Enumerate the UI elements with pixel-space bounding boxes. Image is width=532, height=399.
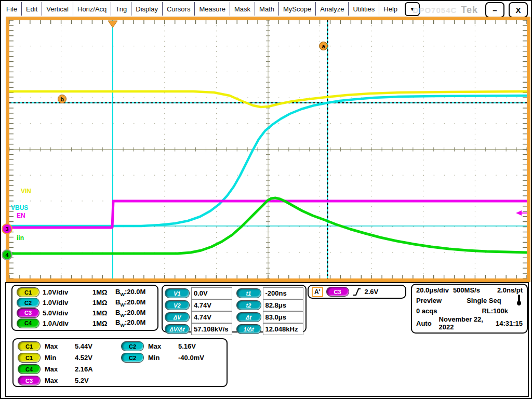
menu-item-list: FileEditVerticalHoriz/AcqTrigDisplayCurs…: [2, 2, 402, 16]
cursor-readout-button[interactable]: ΔV/Δt: [165, 324, 190, 334]
measurements-left-column: C1 Max 5.44V C1 Min 4.52V C4 Max 2.16A: [18, 341, 119, 384]
tek-logo: Tek: [461, 5, 478, 16]
measurement-channel-button[interactable]: C1: [18, 341, 41, 351]
acquisition-state: Preview: [416, 297, 442, 304]
measurement-stat: Max: [45, 377, 75, 384]
measurement-value: 5.2V: [75, 377, 119, 384]
menu-bar: FileEditVerticalHoriz/AcqTrigDisplayCurs…: [1, 1, 531, 17]
channel-button[interactable]: C2: [17, 298, 39, 308]
menu-item[interactable]: Mask: [230, 2, 255, 16]
menu-item[interactable]: MyScope: [278, 2, 315, 16]
cursor-voltage-column: V1 0.0V V2 4.74V ΔV 4.74V ΔV/Δt 57.108kV…: [165, 287, 232, 330]
acquisition-mode: Single Seq: [467, 297, 501, 304]
cursor-readout-button[interactable]: Δt: [236, 312, 261, 322]
menu-item[interactable]: Cursors: [162, 2, 195, 16]
menu-item[interactable]: Help: [379, 2, 402, 16]
cursor-readout-row: Δt 83.0μs: [236, 311, 304, 323]
menu-item[interactable]: Measure: [194, 2, 230, 16]
cursor-readout-button[interactable]: ΔV: [165, 312, 190, 322]
graticule: [9, 20, 527, 278]
menu-item[interactable]: Horiz/Acq: [73, 2, 111, 16]
cursor-readout-row: t1 -200ns: [236, 287, 304, 299]
close-button[interactable]: X: [509, 2, 528, 18]
cursor-readout-button[interactable]: V1: [165, 288, 190, 298]
cursor-readout-value: 83.0μs: [263, 311, 304, 323]
minimize-button[interactable]: –: [485, 2, 504, 18]
measurement-value: 2.16A: [75, 365, 119, 373]
cursor-readout-value: 0.0V: [191, 287, 232, 299]
menu-item[interactable]: Vertical: [42, 2, 73, 16]
channel-button[interactable]: C3: [17, 308, 39, 318]
sample-resolution: 2.0ns/pt: [497, 286, 523, 294]
cursor-readout-row: V1 0.0V: [165, 287, 232, 299]
trace-label-vin: VIN: [21, 188, 31, 195]
cursor-readout-row: ΔV/Δt 57.108kV/s: [165, 323, 232, 335]
cursor-readout-row: 1/Δt 12.048kHz: [236, 323, 304, 335]
sample-rate: 500MS/s: [453, 286, 480, 294]
cursor-readout-row: t2 82.8μs: [236, 299, 304, 311]
measurement-channel-button[interactable]: C4: [18, 364, 41, 374]
channel-bandwidth: BW:20.0M: [115, 309, 153, 318]
cursor-handle-a[interactable]: a: [319, 42, 328, 50]
measurement-channel-button[interactable]: C2: [121, 341, 144, 351]
measurement-row: C3 Max 5.2V: [18, 376, 119, 384]
channel-bandwidth: BW:20.0M: [115, 288, 153, 297]
tekscope-window: { "window": { "model": "DPO7054C", "logo…: [0, 0, 532, 399]
measurement-stat: Max: [148, 342, 178, 350]
trigger-mode: Auto: [416, 320, 432, 327]
readout-area: C1 1.0V/div 1MΩ BW:20.0M C2 1.0V/div 1MΩ…: [5, 282, 529, 397]
date-label: November 22, 2022: [439, 315, 496, 331]
cursor-readout-button[interactable]: t2: [236, 300, 261, 310]
cursor-handle-b[interactable]: b: [58, 95, 66, 103]
measurement-stat: Min: [45, 354, 75, 362]
trigger-panel: A' C3 2.6V: [308, 285, 406, 299]
channel-button[interactable]: C1: [17, 287, 39, 297]
channel-position-marker-3[interactable]: 3: [2, 223, 12, 234]
channel-settings-panel: C1 1.0V/div 1MΩ BW:20.0M C2 1.0V/div 1MΩ…: [11, 285, 158, 331]
measurement-row: C1 Min 4.52V: [18, 353, 119, 362]
trigger-a-label: A': [312, 287, 323, 297]
measurement-stat: Max: [45, 365, 75, 373]
measurement-row: C2 Max 5.16V: [121, 341, 222, 350]
channel-button[interactable]: C4: [17, 318, 39, 328]
horizontal-scale: 20.0μs/div: [416, 286, 449, 294]
channel-position-marker-4[interactable]: 4: [2, 249, 12, 260]
channel-scale: 1.0A/div: [43, 320, 92, 327]
waveform-display[interactable]: [6, 17, 530, 282]
trigger-level: 2.6V: [365, 288, 379, 296]
channel-bandwidth: BW:20.0M: [115, 298, 153, 308]
cursor-time-column: t1 -200ns t2 82.8μs Δt 83.0μs 1/Δt 12.04…: [236, 287, 304, 330]
menu-item[interactable]: Analyze: [315, 2, 348, 16]
channel-impedance: 1MΩ: [92, 299, 115, 307]
measurement-row: C1 Max 5.44V: [18, 341, 119, 350]
menu-item[interactable]: Utilities: [348, 2, 379, 16]
measurement-channel-button[interactable]: C1: [18, 353, 41, 363]
measurement-value: 5.16V: [178, 342, 222, 350]
menu-item[interactable]: File: [2, 2, 21, 16]
measurement-value: -40.0mV: [178, 354, 222, 362]
measurement-row: C2 Min -40.0mV: [121, 353, 222, 362]
measurement-channel-button[interactable]: C3: [18, 376, 41, 385]
measurement-channel-button[interactable]: C2: [121, 353, 144, 363]
rising-edge-icon: [352, 287, 362, 297]
cursor-readout-button[interactable]: V2: [165, 300, 190, 310]
cursor-readout-panel: V1 0.0V V2 4.74V ΔV 4.74V ΔV/Δt 57.108kV…: [162, 285, 307, 332]
cursor-readout-button[interactable]: 1/Δt: [236, 324, 261, 334]
menu-item[interactable]: Trig: [111, 2, 131, 16]
menu-item[interactable]: Display: [131, 2, 162, 16]
measurement-stat: Min: [148, 354, 178, 362]
cursor-readout-button[interactable]: t1: [236, 288, 261, 298]
channel-bandwidth: BW:20.0M: [115, 318, 153, 328]
channel-scale: 5.0V/div: [43, 309, 92, 317]
channel-scale: 1.0V/div: [43, 299, 92, 307]
trigger-source-button[interactable]: C3: [326, 287, 349, 297]
cursor-readout-value: 4.74V: [191, 311, 232, 323]
menu-item[interactable]: Edit: [21, 2, 42, 16]
measurement-stat: Max: [45, 342, 75, 350]
cursor-readout-value: 82.8μs: [263, 299, 304, 311]
measurements-panel: C1 Max 5.44V C1 Min 4.52V C4 Max 2.16A: [12, 338, 228, 387]
measurement-value: 4.52V: [75, 354, 119, 362]
menu-item[interactable]: Math: [255, 2, 278, 16]
measurement-row: C4 Max 2.16A: [18, 364, 119, 373]
single-seq-icon: [515, 295, 523, 306]
